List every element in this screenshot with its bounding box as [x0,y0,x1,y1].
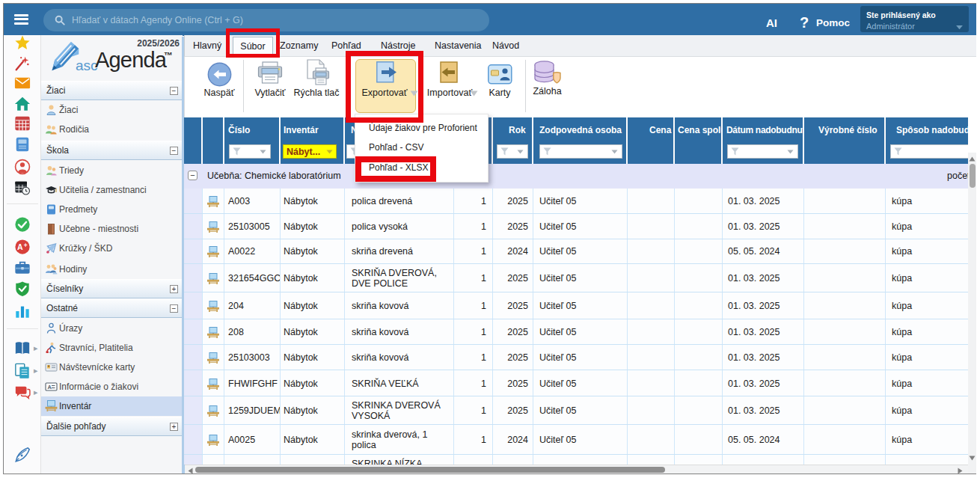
svg-text:+: + [24,242,28,249]
svg-text:A: A [48,384,52,390]
svg-text:A: A [17,242,23,251]
